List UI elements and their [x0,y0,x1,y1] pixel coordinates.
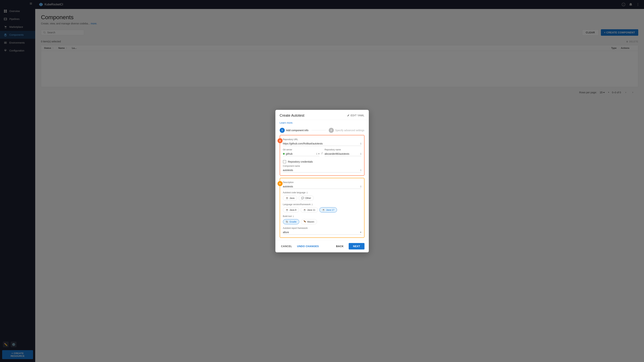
description-info-icon: ℹ [360,185,361,188]
git-server-status-dot [283,153,285,155]
repo-credentials-row: Repository credentials [283,159,361,165]
report-framework-value: allure [283,231,360,234]
undo-changes-button[interactable]: UNDO CHANGES [296,243,320,249]
code-language-field: Autotest code language ℹ ☕ Java 💬 Other [283,191,361,201]
build-tool-group: 🐘 Gradle 🪶 Maven [283,219,361,224]
repo-name-input[interactable] [324,152,360,155]
repo-url-input[interactable] [283,142,360,145]
git-server-dropdown-icon[interactable]: ▾ [318,153,320,155]
lang-version-label: Language version/framework [283,203,311,206]
gradle-icon: 🐘 [286,220,288,223]
step-2-label: Specify advanced settings [335,129,364,132]
section-a-marker: a [278,138,282,143]
modal-overlay: Create Autotest EDIT YAML Learn more. 1 … [0,0,644,362]
repo-url-field: Repository URL ℹ [283,138,361,146]
section-a: a Repository URL ℹ Git server github ℹ [280,135,364,176]
report-framework-dropdown-icon[interactable]: ▾ [360,231,361,234]
dialog-header: Create Autotest EDIT YAML [276,110,369,120]
step-1: 1 Add component info [280,128,308,133]
dialog-footer: CANCEL UNDO CHANGES BACK NEXT [276,240,369,252]
description-input[interactable] [283,185,360,188]
repo-name-col: Repository name ℹ [324,148,361,156]
edit-yaml-button[interactable]: EDIT YAML [347,114,364,117]
lang-java-button[interactable]: ☕ Java [283,195,297,201]
java11-icon: ☕ [303,209,306,211]
repo-name-label: Repository name [324,148,361,151]
step-1-label: Add component info [286,129,308,132]
version-java11-button[interactable]: ☕ Java 11 [300,207,318,213]
description-field: Description ℹ [283,181,361,189]
git-server-repo-row: Git server github ℹ ▾ / Repository name … [283,148,361,156]
section-b-marker: b [278,181,282,186]
learn-more-dialog-link[interactable]: Learn more. [276,120,369,126]
pencil-icon [347,114,350,117]
repo-url-info-icon: ℹ [360,142,361,145]
step-line [311,130,326,130]
cancel-button[interactable]: CANCEL [280,243,294,249]
section-b: b Description ℹ Autotest code language ℹ… [280,178,364,238]
code-language-info-icon: ℹ [307,191,308,194]
git-server-col: Git server github ℹ ▾ [283,148,320,156]
path-divider: / [322,152,322,156]
repo-credentials-label: Repository credentials [288,160,313,163]
component-name-field: Component name ℹ [283,165,361,172]
repo-credentials-checkbox[interactable] [283,160,286,163]
java17-icon: ☕ [322,209,325,211]
back-button[interactable]: BACK [333,243,346,249]
code-language-group: ☕ Java 💬 Other [283,195,361,201]
build-tool-info-icon: ℹ [293,215,294,218]
java-icon: ☕ [286,197,288,199]
step-2: 2 Specify advanced settings [329,128,364,133]
git-server-info-icon: ℹ [316,152,317,155]
component-name-input[interactable] [283,169,360,172]
step-1-circle: 1 [280,128,285,133]
java8-icon: ☕ [286,209,288,211]
lang-other-button[interactable]: 💬 Other [298,195,314,201]
lang-version-info-icon: ℹ [312,203,312,206]
repo-url-label: Repository URL [283,138,361,141]
maven-icon: 🪶 [304,220,306,223]
create-autotest-dialog: Create Autotest EDIT YAML Learn more. 1 … [276,110,369,252]
repo-name-info-icon: ℹ [360,152,361,155]
dialog-title: Create Autotest [280,113,304,118]
report-framework-field: Autotest report framework allure ▾ [283,227,361,235]
version-java8-button[interactable]: ☕ Java 8 [283,207,299,213]
description-label: Description [283,181,361,184]
lang-version-field: Language version/framework ℹ ☕ Java 8 ☕ … [283,203,361,213]
stepper: 1 Add component info 2 Specify advanced … [276,126,369,135]
next-button[interactable]: NEXT [349,243,364,250]
build-tool-label: Build tool [283,215,292,218]
component-name-info-icon: ℹ [360,169,361,172]
git-server-value: github [286,152,316,155]
build-gradle-button[interactable]: 🐘 Gradle [283,219,299,224]
version-java17-button[interactable]: ☕ Java 17 [320,207,337,213]
build-tool-field: Build tool ℹ 🐘 Gradle 🪶 Maven [283,215,361,224]
component-name-label: Component name [283,165,361,167]
step-2-circle: 2 [329,128,334,133]
code-language-label: Autotest code language [283,191,306,194]
report-framework-label: Autotest report framework [283,227,361,229]
git-server-field: github ℹ ▾ [283,152,320,156]
git-server-label: Git server [283,148,320,151]
other-icon: 💬 [301,197,304,199]
lang-version-group: ☕ Java 8 ☕ Java 11 ☕ Java 17 [283,207,361,213]
build-maven-button[interactable]: 🪶 Maven [301,219,317,224]
